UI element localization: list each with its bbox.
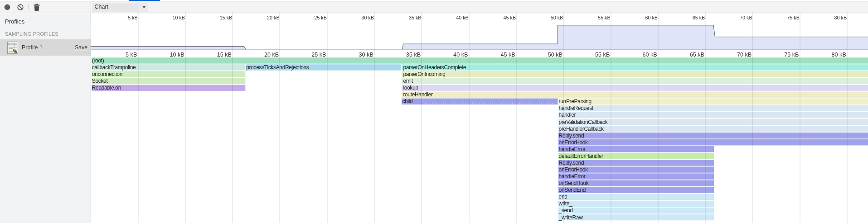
- svg-text:Reply.send: Reply.send: [559, 133, 584, 139]
- svg-text:45 kB: 45 kB: [500, 52, 515, 58]
- svg-text:65 kB: 65 kB: [690, 52, 704, 58]
- svg-text:parserOnIncoming: parserOnIncoming: [403, 71, 445, 77]
- svg-text:lookup: lookup: [403, 85, 418, 91]
- svg-text:45 kB: 45 kB: [503, 15, 516, 20]
- svg-text:handleError: handleError: [559, 173, 586, 180]
- svg-text:15 kB: 15 kB: [220, 15, 233, 20]
- svg-text:processTicksAndRejections: processTicksAndRejections: [246, 64, 309, 71]
- svg-text:routeHandler: routeHandler: [403, 91, 433, 98]
- svg-text:70 kB: 70 kB: [737, 52, 752, 58]
- svg-text:55 kB: 55 kB: [598, 15, 611, 20]
- svg-text:30 kB: 30 kB: [359, 52, 373, 58]
- svg-text:preHandlerCallback: preHandlerCallback: [559, 126, 604, 132]
- svg-text:callbackTrampoline: callbackTrampoline: [92, 64, 136, 71]
- svg-text:Socket: Socket: [92, 78, 108, 84]
- svg-text:65 kB: 65 kB: [693, 15, 705, 20]
- svg-text:(root): (root): [92, 57, 104, 64]
- svg-text:onErrorHook: onErrorHook: [559, 139, 589, 146]
- svg-text:25 kB: 25 kB: [314, 15, 327, 20]
- svg-text:75 kB: 75 kB: [784, 52, 799, 58]
- svg-text:50 kB: 50 kB: [548, 52, 563, 58]
- svg-text:70 kB: 70 kB: [740, 15, 752, 20]
- svg-text:_writeRaw: _writeRaw: [558, 214, 583, 221]
- svg-text:child: child: [402, 98, 413, 104]
- svg-text:handleRequest: handleRequest: [559, 105, 594, 111]
- svg-text:onconnection: onconnection: [92, 71, 122, 77]
- svg-text:35 kB: 35 kB: [406, 52, 421, 58]
- svg-text:onSendEnd: onSendEnd: [559, 187, 586, 193]
- svg-text:40 kB: 40 kB: [456, 15, 469, 20]
- svg-text:preValidationCallback: preValidationCallback: [559, 119, 608, 125]
- svg-text:50 kB: 50 kB: [551, 15, 563, 20]
- svg-text:55 kB: 55 kB: [595, 52, 610, 58]
- svg-text:Readable.on: Readable.on: [92, 85, 121, 91]
- svg-text:40 kB: 40 kB: [453, 52, 468, 58]
- svg-text:Reply.send: Reply.send: [559, 160, 584, 166]
- svg-text:5 kB: 5 kB: [128, 15, 138, 20]
- svg-text:30 kB: 30 kB: [362, 15, 374, 20]
- svg-text:15 kB: 15 kB: [217, 52, 232, 58]
- svg-text:60 kB: 60 kB: [645, 15, 658, 20]
- svg-text:%: %: [13, 48, 18, 54]
- svg-text:75 kB: 75 kB: [787, 15, 800, 20]
- svg-text:20 kB: 20 kB: [264, 52, 279, 58]
- svg-text:handler: handler: [559, 112, 576, 118]
- svg-text:80 kB: 80 kB: [832, 52, 846, 58]
- svg-text:defaultErrorHandler: defaultErrorHandler: [559, 153, 603, 159]
- svg-text:onErrorHook: onErrorHook: [559, 166, 589, 173]
- svg-text:parserOnHeadersComplete: parserOnHeadersComplete: [403, 64, 466, 71]
- svg-text:end: end: [559, 194, 567, 200]
- svg-text:emit: emit: [403, 78, 413, 84]
- svg-text:handleError: handleError: [559, 146, 586, 152]
- svg-text:25 kB: 25 kB: [311, 52, 326, 58]
- svg-text:_send: _send: [558, 207, 573, 214]
- svg-text:60 kB: 60 kB: [642, 52, 657, 58]
- svg-text:10 kB: 10 kB: [170, 52, 184, 58]
- svg-text:20 kB: 20 kB: [267, 15, 280, 20]
- svg-text:10 kB: 10 kB: [172, 15, 185, 20]
- svg-text:35 kB: 35 kB: [409, 15, 422, 20]
- svg-text:write_: write_: [558, 200, 573, 207]
- svg-text:80 kB: 80 kB: [834, 15, 847, 20]
- svg-text:5 kB: 5 kB: [126, 52, 137, 58]
